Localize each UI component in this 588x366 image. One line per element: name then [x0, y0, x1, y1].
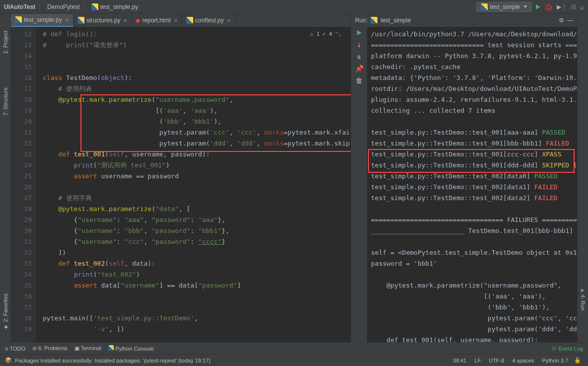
code-line[interactable] — [36, 302, 351, 313]
code-line[interactable]: assert data["username"] == data["passwor… — [36, 280, 351, 291]
code-line[interactable]: pytest.param('ddd', 'ddd', marks=pytest.… — [36, 138, 351, 149]
layout-button[interactable]: ⇅ — [357, 53, 361, 61]
code-line[interactable] — [36, 182, 351, 193]
code-line[interactable]: # 使用字典 — [36, 193, 351, 204]
status-python-console[interactable]: Python Console — [108, 345, 154, 352]
lock-icon[interactable]: 🔓 — [574, 357, 581, 364]
code-line[interactable]: def test_002(self, data): — [36, 258, 351, 269]
rerun-button[interactable] — [357, 29, 362, 37]
line-number[interactable]: 22 — [13, 138, 32, 149]
line-number[interactable]: 18 — [13, 94, 32, 105]
code-line[interactable]: [('aaa', 'aaa'), — [36, 105, 351, 116]
status-line-col[interactable]: 38:41 — [453, 358, 467, 364]
code-line[interactable]: @pytest.mark.parametrize("username,passw… — [36, 94, 351, 105]
code-line[interactable]: pytest.param('ccc', 'ccc', marks=pytest.… — [36, 127, 351, 138]
code-line[interactable]: print("测试用例 test_001") — [36, 160, 351, 171]
line-number[interactable]: 15 — [13, 62, 32, 73]
tool-run[interactable]: 4: Run — [579, 287, 587, 312]
line-number[interactable]: 31 — [13, 236, 32, 247]
line-number[interactable]: 21 — [13, 127, 32, 138]
status-indent[interactable]: 4 spaces — [512, 358, 534, 364]
breadcrumb-folder[interactable]: DemoPytest — [47, 3, 79, 10]
code-line[interactable]: {"username": "aaa", "password": "aaa"}, — [36, 215, 351, 225]
code-line[interactable]: pytest.main(['test_simple.py::TestDemo', — [36, 313, 351, 324]
delete-button[interactable]: 🗑 — [356, 76, 363, 84]
run-button[interactable] — [536, 4, 540, 9]
tool-structure[interactable]: 7: Structure — [1, 85, 9, 118]
line-number[interactable]: 29 — [13, 215, 32, 225]
status-todo[interactable]: ≡ TODO — [5, 346, 25, 352]
line-number[interactable]: 13 — [13, 40, 32, 51]
run-output[interactable]: /usr/local/bin/python3.7 /Users/mac/Desk… — [367, 27, 577, 342]
pin-button[interactable]: 📌 — [355, 65, 364, 73]
close-icon[interactable]: ✕ — [227, 18, 231, 23]
line-number[interactable]: 24 — [13, 160, 32, 171]
tab-test_simple-py[interactable]: test_simple.py✕ — [11, 14, 74, 27]
line-number[interactable]: 14 — [13, 51, 32, 62]
run-target[interactable]: test_simple — [380, 17, 411, 24]
code-line[interactable]: '-v', ]) — [36, 324, 351, 335]
code-line[interactable] — [36, 51, 351, 62]
code-line[interactable]: # print("请先登录") — [36, 40, 351, 51]
line-number[interactable]: 27 — [13, 193, 32, 204]
tab-structures-py[interactable]: structures.py✕ — [74, 14, 132, 27]
line-number[interactable]: 35 — [13, 280, 32, 291]
close-icon[interactable]: ✕ — [65, 17, 69, 23]
line-number[interactable]: 39 — [13, 324, 32, 335]
breadcrumb[interactable]: UIAutoTest 〉 DemoPytest 〉 test_simple.py — [4, 2, 138, 11]
code-line[interactable]: def test_001(self, username, password): — [36, 149, 351, 160]
line-number[interactable]: 12 — [13, 29, 32, 40]
line-number[interactable]: 38 — [13, 313, 32, 324]
code-line[interactable] — [36, 62, 351, 73]
stop-button[interactable]: ↓ — [357, 41, 361, 49]
status-line-sep[interactable]: LF — [474, 358, 481, 364]
line-number[interactable]: 16 — [13, 73, 32, 83]
line-number[interactable]: 17 — [13, 83, 32, 94]
code-line[interactable]: # def login(): — [36, 29, 351, 40]
line-number[interactable]: 36 — [13, 291, 32, 302]
line-number[interactable]: 37 — [13, 302, 32, 313]
event-log-button[interactable]: ⊙ Event Log — [552, 345, 583, 352]
code-line[interactable]: assert username == password — [36, 171, 351, 182]
gear-icon[interactable]: ⚙ — [559, 17, 564, 24]
close-icon[interactable]: ✕ — [123, 18, 127, 23]
line-number[interactable]: 19 — [13, 105, 32, 116]
search-everywhere-button[interactable]: ⌕ — [580, 3, 584, 11]
code-line[interactable]: {"username": "ccc", "password": "cccc"} — [36, 236, 351, 247]
run-config-selector[interactable]: test_simple — [476, 2, 532, 12]
code-line[interactable]: ]) — [36, 247, 351, 258]
tool-favorites[interactable]: ★ 2: Favorites — [1, 292, 9, 332]
gutter[interactable]: 1213141516171819202122232425262728293031… — [11, 27, 36, 342]
tool-project[interactable]: 1: Project — [1, 29, 9, 56]
line-number[interactable]: 25 — [13, 171, 32, 182]
code-line[interactable]: {"username": "bbb", "password": "bbb1"}, — [36, 225, 351, 236]
line-number[interactable]: 30 — [13, 225, 32, 236]
line-number[interactable]: 34 — [13, 269, 32, 280]
stop-button[interactable] — [571, 4, 576, 9]
code-line[interactable]: # 使用列表 — [36, 83, 351, 94]
status-problems[interactable]: ⊘ 6: Problems — [32, 345, 68, 352]
code-line[interactable]: print("test_002") — [36, 269, 351, 280]
breadcrumb-file[interactable]: test_simple.py — [91, 3, 138, 10]
line-number[interactable]: 23 — [13, 149, 32, 160]
breadcrumb-root[interactable]: UIAutoTest — [4, 3, 35, 10]
code-line[interactable] — [36, 291, 351, 302]
code-line[interactable]: ('bbb', 'bbb1'), — [36, 116, 351, 127]
line-number[interactable]: 20 — [13, 116, 32, 127]
code-line[interactable]: class TestDemo(object): — [36, 73, 351, 83]
tab-report-html[interactable]: ◆report.html✕ — [132, 14, 182, 27]
line-number[interactable]: 26 — [13, 182, 32, 193]
status-python[interactable]: Python 3.7 — [542, 358, 568, 364]
status-terminal[interactable]: ▣ Terminal — [74, 345, 101, 352]
code-line[interactable]: @pytest.mark.parametrize("data", [ — [36, 204, 351, 215]
hide-button[interactable]: — — [567, 17, 573, 24]
debug-button[interactable]: 🐞 — [544, 3, 553, 11]
status-encoding[interactable]: UTF-8 — [489, 358, 504, 364]
tab-conftest-py[interactable]: conftest.py✕ — [182, 14, 235, 27]
line-number[interactable]: 28 — [13, 204, 32, 215]
close-icon[interactable]: ✕ — [174, 18, 178, 23]
line-number[interactable]: 32 — [13, 247, 32, 258]
code-editor[interactable]: ⚠1 ✔4 ⌃⌄ # def login():# print("请先登录")cl… — [36, 27, 351, 342]
run-with-coverage-button[interactable]: ▶⋮ — [557, 3, 567, 10]
line-number[interactable]: 33 — [13, 258, 32, 269]
